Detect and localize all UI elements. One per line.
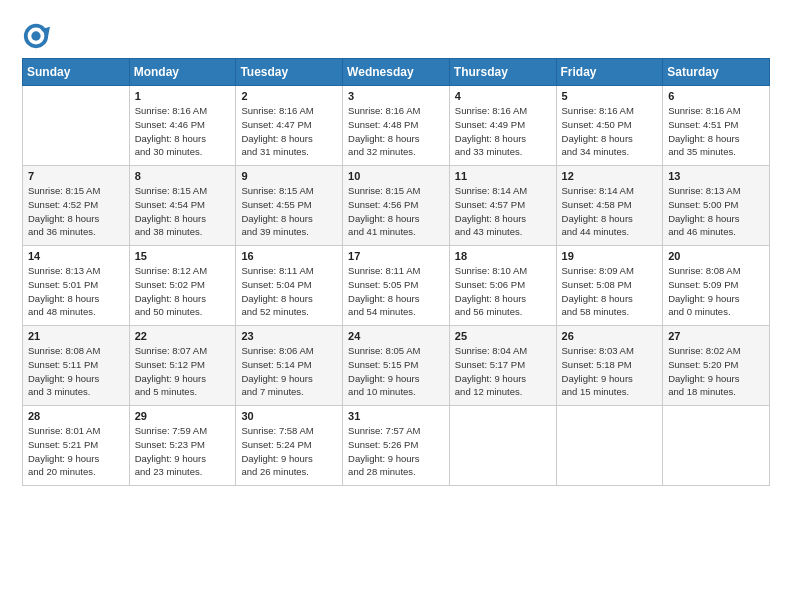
header-day-thursday: Thursday [449,59,556,86]
week-row-4: 28Sunrise: 8:01 AM Sunset: 5:21 PM Dayli… [23,406,770,486]
day-info: Sunrise: 8:10 AM Sunset: 5:06 PM Dayligh… [455,264,551,319]
day-number: 30 [241,410,337,422]
day-info: Sunrise: 8:15 AM Sunset: 4:54 PM Dayligh… [135,184,231,239]
calendar-cell: 11Sunrise: 8:14 AM Sunset: 4:57 PM Dayli… [449,166,556,246]
day-number: 21 [28,330,124,342]
day-number: 31 [348,410,444,422]
day-number: 7 [28,170,124,182]
day-info: Sunrise: 8:15 AM Sunset: 4:52 PM Dayligh… [28,184,124,239]
day-number: 16 [241,250,337,262]
calendar-cell: 30Sunrise: 7:58 AM Sunset: 5:24 PM Dayli… [236,406,343,486]
day-info: Sunrise: 7:59 AM Sunset: 5:23 PM Dayligh… [135,424,231,479]
calendar-cell [663,406,770,486]
day-number: 15 [135,250,231,262]
calendar-header-row: SundayMondayTuesdayWednesdayThursdayFrid… [23,59,770,86]
calendar-cell: 24Sunrise: 8:05 AM Sunset: 5:15 PM Dayli… [343,326,450,406]
day-info: Sunrise: 8:05 AM Sunset: 5:15 PM Dayligh… [348,344,444,399]
calendar-cell: 15Sunrise: 8:12 AM Sunset: 5:02 PM Dayli… [129,246,236,326]
day-number: 27 [668,330,764,342]
week-row-1: 7Sunrise: 8:15 AM Sunset: 4:52 PM Daylig… [23,166,770,246]
day-info: Sunrise: 8:13 AM Sunset: 5:00 PM Dayligh… [668,184,764,239]
day-info: Sunrise: 7:58 AM Sunset: 5:24 PM Dayligh… [241,424,337,479]
calendar-cell: 26Sunrise: 8:03 AM Sunset: 5:18 PM Dayli… [556,326,663,406]
calendar-cell: 22Sunrise: 8:07 AM Sunset: 5:12 PM Dayli… [129,326,236,406]
calendar-cell: 20Sunrise: 8:08 AM Sunset: 5:09 PM Dayli… [663,246,770,326]
day-info: Sunrise: 7:57 AM Sunset: 5:26 PM Dayligh… [348,424,444,479]
svg-point-2 [31,31,40,40]
week-row-3: 21Sunrise: 8:08 AM Sunset: 5:11 PM Dayli… [23,326,770,406]
day-info: Sunrise: 8:15 AM Sunset: 4:55 PM Dayligh… [241,184,337,239]
day-info: Sunrise: 8:13 AM Sunset: 5:01 PM Dayligh… [28,264,124,319]
calendar-cell: 19Sunrise: 8:09 AM Sunset: 5:08 PM Dayli… [556,246,663,326]
day-number: 25 [455,330,551,342]
day-number: 20 [668,250,764,262]
header-day-wednesday: Wednesday [343,59,450,86]
calendar-cell: 18Sunrise: 8:10 AM Sunset: 5:06 PM Dayli… [449,246,556,326]
day-info: Sunrise: 8:03 AM Sunset: 5:18 PM Dayligh… [562,344,658,399]
day-info: Sunrise: 8:01 AM Sunset: 5:21 PM Dayligh… [28,424,124,479]
day-number: 17 [348,250,444,262]
day-info: Sunrise: 8:16 AM Sunset: 4:48 PM Dayligh… [348,104,444,159]
header-day-saturday: Saturday [663,59,770,86]
header [22,18,770,50]
day-info: Sunrise: 8:15 AM Sunset: 4:56 PM Dayligh… [348,184,444,239]
day-info: Sunrise: 8:08 AM Sunset: 5:09 PM Dayligh… [668,264,764,319]
day-number: 29 [135,410,231,422]
calendar-cell: 8Sunrise: 8:15 AM Sunset: 4:54 PM Daylig… [129,166,236,246]
day-info: Sunrise: 8:11 AM Sunset: 5:04 PM Dayligh… [241,264,337,319]
calendar-cell [556,406,663,486]
day-info: Sunrise: 8:16 AM Sunset: 4:47 PM Dayligh… [241,104,337,159]
day-info: Sunrise: 8:16 AM Sunset: 4:46 PM Dayligh… [135,104,231,159]
day-number: 14 [28,250,124,262]
calendar-cell: 21Sunrise: 8:08 AM Sunset: 5:11 PM Dayli… [23,326,130,406]
header-day-friday: Friday [556,59,663,86]
day-info: Sunrise: 8:11 AM Sunset: 5:05 PM Dayligh… [348,264,444,319]
day-info: Sunrise: 8:16 AM Sunset: 4:49 PM Dayligh… [455,104,551,159]
calendar-cell: 2Sunrise: 8:16 AM Sunset: 4:47 PM Daylig… [236,86,343,166]
day-info: Sunrise: 8:06 AM Sunset: 5:14 PM Dayligh… [241,344,337,399]
calendar-cell: 23Sunrise: 8:06 AM Sunset: 5:14 PM Dayli… [236,326,343,406]
week-row-0: 1Sunrise: 8:16 AM Sunset: 4:46 PM Daylig… [23,86,770,166]
day-number: 11 [455,170,551,182]
day-info: Sunrise: 8:14 AM Sunset: 4:58 PM Dayligh… [562,184,658,239]
day-info: Sunrise: 8:04 AM Sunset: 5:17 PM Dayligh… [455,344,551,399]
header-day-sunday: Sunday [23,59,130,86]
day-info: Sunrise: 8:16 AM Sunset: 4:51 PM Dayligh… [668,104,764,159]
week-row-2: 14Sunrise: 8:13 AM Sunset: 5:01 PM Dayli… [23,246,770,326]
calendar-cell: 31Sunrise: 7:57 AM Sunset: 5:26 PM Dayli… [343,406,450,486]
calendar-cell [23,86,130,166]
calendar-cell: 3Sunrise: 8:16 AM Sunset: 4:48 PM Daylig… [343,86,450,166]
day-number: 28 [28,410,124,422]
calendar-cell: 7Sunrise: 8:15 AM Sunset: 4:52 PM Daylig… [23,166,130,246]
day-number: 10 [348,170,444,182]
calendar-cell [449,406,556,486]
header-day-monday: Monday [129,59,236,86]
calendar-cell: 1Sunrise: 8:16 AM Sunset: 4:46 PM Daylig… [129,86,236,166]
calendar-cell: 13Sunrise: 8:13 AM Sunset: 5:00 PM Dayli… [663,166,770,246]
day-number: 6 [668,90,764,102]
day-info: Sunrise: 8:14 AM Sunset: 4:57 PM Dayligh… [455,184,551,239]
day-info: Sunrise: 8:09 AM Sunset: 5:08 PM Dayligh… [562,264,658,319]
day-number: 22 [135,330,231,342]
calendar-cell: 16Sunrise: 8:11 AM Sunset: 5:04 PM Dayli… [236,246,343,326]
calendar-table: SundayMondayTuesdayWednesdayThursdayFrid… [22,58,770,486]
day-number: 18 [455,250,551,262]
header-day-tuesday: Tuesday [236,59,343,86]
calendar-cell: 9Sunrise: 8:15 AM Sunset: 4:55 PM Daylig… [236,166,343,246]
day-number: 19 [562,250,658,262]
calendar-page: SundayMondayTuesdayWednesdayThursdayFrid… [0,0,792,612]
calendar-body: 1Sunrise: 8:16 AM Sunset: 4:46 PM Daylig… [23,86,770,486]
day-number: 26 [562,330,658,342]
calendar-cell: 29Sunrise: 7:59 AM Sunset: 5:23 PM Dayli… [129,406,236,486]
calendar-cell: 17Sunrise: 8:11 AM Sunset: 5:05 PM Dayli… [343,246,450,326]
day-info: Sunrise: 8:16 AM Sunset: 4:50 PM Dayligh… [562,104,658,159]
day-info: Sunrise: 8:02 AM Sunset: 5:20 PM Dayligh… [668,344,764,399]
calendar-cell: 28Sunrise: 8:01 AM Sunset: 5:21 PM Dayli… [23,406,130,486]
calendar-cell: 12Sunrise: 8:14 AM Sunset: 4:58 PM Dayli… [556,166,663,246]
calendar-cell: 14Sunrise: 8:13 AM Sunset: 5:01 PM Dayli… [23,246,130,326]
day-number: 9 [241,170,337,182]
calendar-cell: 10Sunrise: 8:15 AM Sunset: 4:56 PM Dayli… [343,166,450,246]
logo-icon [22,22,50,50]
day-number: 24 [348,330,444,342]
day-number: 8 [135,170,231,182]
